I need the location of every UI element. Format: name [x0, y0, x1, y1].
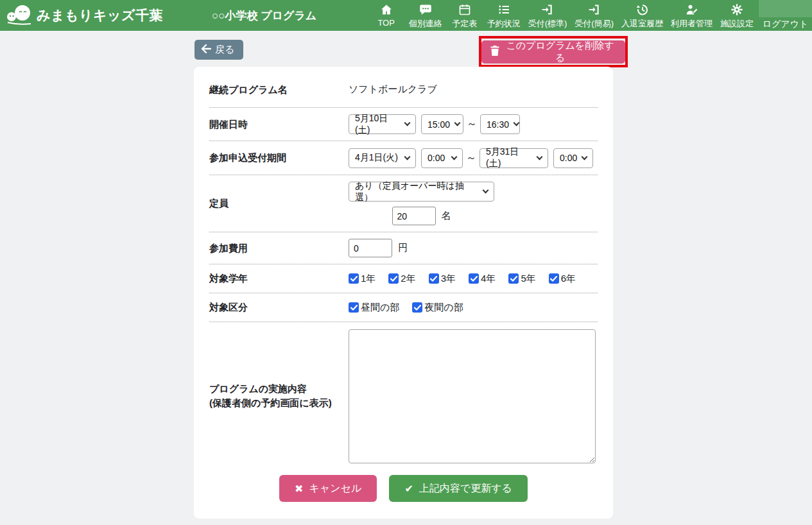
division-label: 対象区分 [209, 300, 349, 314]
row-schedule: 開催日時 5月10日(土) 15:00 ～ 16:30 [209, 108, 598, 141]
checkbox-6年[interactable]: 6年 [549, 273, 576, 285]
update-button[interactable]: ✔ 上記内容で更新する [389, 475, 528, 502]
user-edit-icon [686, 3, 698, 16]
fee-input[interactable] [349, 239, 392, 257]
grades-checkbox-group: 1年2年3年4年5年6年 [349, 273, 589, 285]
nav-item-1[interactable]: 個別連絡 [405, 0, 446, 31]
delete-label: このプログラムを削除する [504, 40, 616, 64]
logout-label: ログアウト [759, 19, 812, 30]
capacity-count-input[interactable] [392, 207, 436, 225]
program-form-card: 継続プログラム名 ソフトボールクラブ 開催日時 5月10日(土) 15:00 ～… [194, 67, 613, 519]
program-name-label: 継続プログラム名 [209, 83, 349, 97]
row-fee: 参加費用 円 [209, 232, 598, 264]
checkbox-checked-icon [549, 273, 559, 284]
brand-name: みまもりキッズ千葉 [37, 6, 163, 24]
chevron-down-icon [454, 120, 461, 126]
signin-icon [588, 3, 601, 16]
checkbox-checked-icon [412, 302, 422, 313]
form-actions: ✖ キャンセル ✔ 上記内容で更新する [209, 475, 598, 502]
program-name-value: ソフトボールクラブ [349, 83, 437, 96]
period-start-date-select[interactable]: 4月1日(火) [349, 148, 416, 168]
chevron-down-icon [483, 187, 489, 194]
brand[interactable]: みまもりキッズ千葉 [5, 0, 163, 31]
cancel-label: キャンセル [309, 482, 362, 495]
period-end-time-select[interactable]: 0:00 [553, 148, 593, 168]
checkbox-checked-icon [349, 302, 359, 313]
chevron-down-icon [451, 153, 458, 160]
fee-unit: 円 [398, 242, 408, 254]
nav-item-4[interactable]: 受付(標準) [524, 0, 571, 31]
home-icon [380, 3, 393, 16]
capacity-label: 定員 [209, 196, 349, 211]
navbar: みまもりキッズ千葉 ○○小学校 プログラム TOP個別連絡予定表予約状況受付(標… [0, 0, 812, 31]
row-grades: 対象学年 1年2年3年4年5年6年 [209, 264, 598, 293]
checkbox-checked-icon [349, 273, 359, 284]
history-icon [636, 3, 649, 16]
description-textarea[interactable] [349, 329, 596, 463]
checkbox-1年[interactable]: 1年 [349, 273, 376, 285]
checkbox-3年[interactable]: 3年 [429, 273, 456, 285]
schedule-label: 開催日時 [209, 117, 349, 132]
chevron-down-icon [404, 153, 411, 160]
checkbox-checked-icon [429, 273, 439, 284]
row-program-name: 継続プログラム名 ソフトボールクラブ [209, 72, 598, 108]
chevron-down-icon [582, 153, 588, 160]
schedule-date-select[interactable]: 5月10日(土) [349, 114, 416, 134]
gear-icon [730, 3, 743, 16]
capacity-unit: 名 [442, 210, 451, 222]
chevron-down-icon [537, 153, 543, 160]
schedule-end-time-select[interactable]: 16:30 [480, 114, 520, 134]
delete-program-button[interactable]: このプログラムを削除する [481, 40, 625, 64]
checkbox-checked-icon [508, 273, 519, 284]
page-title: ○○小学校 プログラム [212, 0, 316, 31]
checkbox-2年[interactable]: 2年 [388, 273, 415, 285]
row-division: 対象区分 昼間の部夜間の部 [209, 293, 598, 322]
nav-item-0[interactable]: TOP [368, 0, 405, 31]
checkbox-checked-icon [469, 273, 479, 284]
checkbox-5年[interactable]: 5年 [508, 273, 535, 285]
nav-item-6[interactable]: 入退室履歴 [618, 0, 667, 31]
period-start-time-select[interactable]: 0:00 [421, 148, 463, 168]
checkbox-夜間の部[interactable]: 夜間の部 [412, 302, 463, 314]
checkbox-昼間の部[interactable]: 昼間の部 [349, 302, 399, 314]
trash-icon [490, 46, 499, 58]
x-icon: ✖ [295, 483, 303, 495]
nav-item-7[interactable]: 利用者管理 [667, 0, 716, 31]
signin-icon [541, 3, 554, 16]
nav-menu: TOP個別連絡予定表予約状況受付(標準)受付(簡易)入退室履歴利用者管理施設設定 [368, 0, 757, 31]
logout-highlight [759, 0, 812, 17]
nav-item-5[interactable]: 受付(簡易) [571, 0, 618, 31]
fee-label: 参加費用 [209, 241, 349, 255]
delete-highlight-annotation: このプログラムを削除する [479, 36, 628, 67]
chevron-down-icon [514, 120, 520, 126]
capacity-mode-select[interactable]: あり（定員オーバー時は抽選） [349, 182, 494, 202]
application-period-label: 参加申込受付期間 [209, 151, 349, 165]
mascot-logo-icon [5, 3, 33, 28]
checkbox-4年[interactable]: 4年 [469, 273, 496, 285]
row-application-period: 参加申込受付期間 4月1日(火) 0:00 ～ 5月31日(土) 0:00 [209, 141, 598, 175]
back-label: 戻る [215, 44, 234, 56]
chevron-down-icon [404, 120, 411, 126]
nav-item-8[interactable]: 施設設定 [716, 0, 757, 31]
back-button[interactable]: 戻る [194, 40, 243, 60]
row-description: プログラムの実施内容 (保護者側の予約画面に表示) [209, 322, 598, 470]
description-label: プログラムの実施内容 (保護者側の予約画面に表示) [209, 382, 349, 410]
nav-item-2[interactable]: 予定表 [446, 0, 483, 31]
grades-label: 対象学年 [209, 271, 349, 286]
list-icon [497, 3, 510, 16]
check-icon: ✔ [404, 483, 413, 495]
chat-icon [419, 3, 432, 16]
arrow-left-icon [201, 44, 211, 55]
range-separator: ～ [467, 117, 477, 131]
row-capacity: 定員 あり（定員オーバー時は抽選） 名 [209, 175, 598, 232]
page: みまもりキッズ千葉 ○○小学校 プログラム TOP個別連絡予定表予約状況受付(標… [0, 0, 812, 525]
calendar-icon [458, 3, 471, 16]
nav-item-3[interactable]: 予約状況 [483, 0, 524, 31]
schedule-start-time-select[interactable]: 15:00 [421, 114, 463, 134]
logout-button[interactable]: ログアウト [759, 0, 812, 31]
checkbox-checked-icon [388, 273, 399, 284]
update-label: 上記内容で更新する [419, 482, 512, 495]
division-checkbox-group: 昼間の部夜間の部 [349, 302, 476, 314]
period-end-date-select[interactable]: 5月31日(土) [479, 148, 548, 168]
cancel-button[interactable]: ✖ キャンセル [279, 475, 377, 502]
